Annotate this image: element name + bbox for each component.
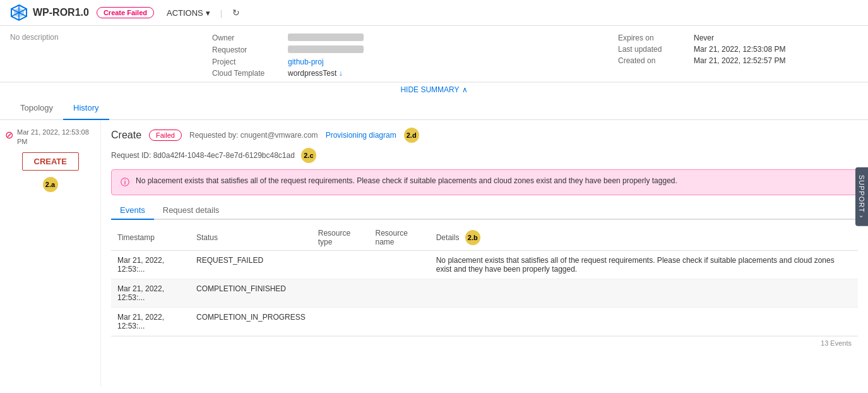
requestor-blurred [288,45,364,53]
table-row: Mar 21, 2022, 12:53:...COMPLETION_FINISH… [111,279,858,308]
hide-summary-btn[interactable]: HIDE SUMMARY ∧ [0,82,868,97]
table-row: Mar 21, 2022, 12:53:...COMPLETION_IN_PRO… [111,308,858,336]
error-circle-icon: ⊘ [5,129,13,141]
main-tabs: Topology History [0,97,868,120]
last-updated-label: Last updated [618,45,694,54]
tab-topology[interactable]: Topology [10,97,63,120]
cell-status: REQUEST_FAILED [190,251,312,279]
annotation-2a: 2.a [43,177,58,192]
request-id-row: Request ID: 8d0a42f4-1048-4ec7-8e7d-6129… [111,148,858,163]
cell-status: COMPLETION_FINISHED [190,279,312,308]
last-updated-value: Mar 21, 2022, 12:53:08 PM [694,45,858,54]
annotation-2d: 2.d [404,128,419,143]
annotation-2c: 2.c [301,148,316,163]
summary-section: No description Owner Requestor Project g… [0,26,868,82]
hide-summary-label: HIDE SUMMARY [400,85,459,94]
cell-resource-type [312,279,369,308]
error-message: No placement exists that satisfies all o… [136,176,677,185]
refresh-icon[interactable]: ↻ [232,8,240,18]
sub-tabs: Events Request details [111,202,858,220]
history-content: ⊘ Mar 21, 2022, 12:53:08 PM CREATE 2.a C… [0,120,868,387]
table-row: Mar 21, 2022, 12:53:...REQUEST_FAILEDNo … [111,251,858,279]
cell-details: No placement exists that satisfies all o… [430,251,858,279]
cell-details [430,279,858,308]
cell-timestamp: Mar 21, 2022, 12:53:... [111,279,190,308]
separator: | [220,8,222,18]
request-id: Request ID: 8d0a42f4-1048-4ec7-8e7d-6129… [111,151,295,160]
owner-value [288,33,618,43]
events-table-wrapper: Timestamp Status Resource type Resource … [111,225,858,379]
warning-icon: ⓘ [121,177,129,188]
actions-button[interactable]: ACTIONS ▾ [167,8,210,18]
actions-label: ACTIONS [167,8,203,18]
failed-badge: Failed [149,130,182,141]
requested-by: Requested by: cnugent@vmware.com [189,131,318,140]
cell-resource-type [312,251,369,279]
timeline-entry: ⊘ Mar 21, 2022, 12:53:08 PM [5,128,95,147]
cell-timestamp: Mar 21, 2022, 12:53:... [111,308,190,336]
col-resource-type: Resource type [312,225,369,251]
requestor-label: Requestor [212,45,288,55]
cell-resource-name [369,251,429,279]
error-box: ⓘ No placement exists that satisfies all… [111,169,858,195]
cell-details [430,308,858,336]
cloud-template-value: wordpressTest ↓ [288,69,618,78]
create-button[interactable]: CREATE [22,152,79,171]
annotation-2b: 2.b [465,230,480,245]
created-value: Mar 21, 2022, 12:52:57 PM [694,56,858,65]
col-timestamp: Timestamp [111,225,190,251]
detail-title: Create [111,130,141,141]
no-description: No description [10,33,59,42]
timeline-date: Mar 21, 2022, 12:53:08 PM [17,128,95,147]
col-details: Details 2.b [430,225,858,251]
chevron-up-icon: ∧ [462,85,468,94]
cell-resource-type [312,308,369,336]
project-link[interactable]: github-proj [288,57,618,66]
download-icon[interactable]: ↓ [339,69,343,78]
detail-header: Create Failed Requested by: cnugent@vmwa… [111,128,858,143]
cloud-template-link[interactable]: wordpressTest [288,69,336,78]
support-label: SUPPORT [858,175,865,213]
provisioning-diagram-link[interactable]: Provisioning diagram [326,131,396,140]
col-resource-name: Resource name [369,225,429,251]
vra-logo-icon [10,4,28,21]
expires-value: Never [694,33,858,42]
cell-timestamp: Mar 21, 2022, 12:53:... [111,251,190,279]
owner-label: Owner [212,33,288,43]
sub-tab-request-details[interactable]: Request details [154,202,229,220]
status-badge: Create Failed [97,7,154,18]
table-footer: 13 Events [111,336,858,349]
chevron-right-icon: › [858,215,865,219]
owner-blurred [288,33,364,41]
created-label: Created on [618,56,694,65]
app-title: WP-ROR1.0 [33,7,89,18]
header: WP-ROR1.0 Create Failed ACTIONS ▾ | ↻ [0,0,868,26]
support-sidebar[interactable]: SUPPORT › [855,167,868,226]
sub-tab-events[interactable]: Events [111,202,154,220]
col-status: Status [190,225,312,251]
table-header-row: Timestamp Status Resource type Resource … [111,225,858,251]
timeline: ⊘ Mar 21, 2022, 12:53:08 PM CREATE 2.a [0,120,101,387]
project-label: Project [212,57,288,66]
requestor-value [288,45,618,55]
cell-status: COMPLETION_IN_PROGRESS [190,308,312,336]
cell-resource-name [369,279,429,308]
summary-left: No description [10,32,212,78]
summary-right: Expires on Never Last updated Mar 21, 20… [618,32,858,78]
detail-area: Create Failed Requested by: cnugent@vmwa… [101,120,868,387]
cloud-template-label: Cloud Template [212,69,288,78]
cell-resource-name [369,308,429,336]
logo: WP-ROR1.0 [10,4,89,21]
actions-chevron-icon: ▾ [206,8,210,18]
summary-middle: Owner Requestor Project github-proj Clou… [212,32,618,78]
events-table: Timestamp Status Resource type Resource … [111,225,858,336]
expires-label: Expires on [618,33,694,42]
tab-history[interactable]: History [63,97,109,120]
